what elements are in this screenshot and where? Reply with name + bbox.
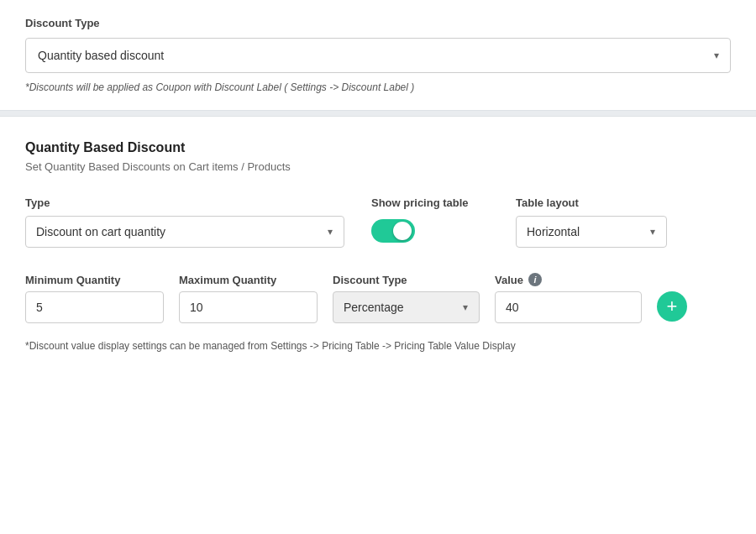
section-subtitle: Set Quantity Based Discounts on Cart ite…: [25, 160, 731, 173]
value-label: Value i: [495, 273, 642, 286]
discount-type-qty-select[interactable]: Percentage Fixed: [333, 291, 480, 323]
value-group: Value i: [495, 273, 642, 323]
layout-select-wrapper: Horizontal Vertical ▾: [516, 216, 667, 248]
type-select[interactable]: Discount on cart quantity Discount on pr…: [25, 216, 344, 248]
table-layout-control-group: Table layout Horizontal Vertical ▾: [516, 196, 667, 248]
max-qty-label: Maximum Quantity: [179, 274, 318, 286]
toggle-slider: [371, 219, 415, 243]
pricing-table-control-group: Show pricing table: [371, 196, 489, 243]
discount-type-qty-wrapper: Percentage Fixed ▾: [333, 291, 480, 323]
add-icon: +: [667, 296, 678, 317]
controls-row: Type Discount on cart quantity Discount …: [25, 196, 731, 248]
max-qty-input[interactable]: [179, 291, 318, 323]
type-control-group: Type Discount on cart quantity Discount …: [25, 196, 344, 248]
add-row-button[interactable]: +: [657, 291, 687, 322]
min-qty-input[interactable]: [25, 291, 164, 323]
top-section: Discount Type Quantity based discount Fi…: [0, 0, 756, 110]
discount-type-select[interactable]: Quantity based discount Fixed discount P…: [25, 38, 731, 73]
max-qty-group: Maximum Quantity: [179, 274, 318, 323]
discount-type-label: Discount Type: [25, 17, 731, 29]
value-info-icon: i: [528, 273, 542, 286]
value-input[interactable]: [495, 291, 642, 323]
min-qty-group: Minimum Quantity: [25, 274, 164, 323]
type-label: Type: [25, 196, 344, 209]
layout-select[interactable]: Horizontal Vertical: [516, 216, 667, 248]
discount-note: *Discounts will be applied as Coupon wit…: [25, 81, 731, 93]
pricing-table-toggle[interactable]: [371, 219, 415, 243]
page-wrapper: Discount Type Quantity based discount Fi…: [0, 0, 756, 534]
pricing-table-toggle-wrapper: [371, 219, 489, 243]
bottom-section: Quantity Based Discount Set Quantity Bas…: [0, 117, 756, 372]
discount-type-group: Discount Type Percentage Fixed ▾: [333, 274, 480, 323]
pricing-table-label: Show pricing table: [371, 196, 489, 209]
quantity-row: Minimum Quantity Maximum Quantity Discou…: [25, 273, 731, 323]
footer-note: *Discount value display settings can be …: [25, 340, 731, 352]
discount-type-qty-label: Discount Type: [333, 274, 480, 286]
section-title: Quantity Based Discount: [25, 140, 731, 155]
discount-type-select-wrapper: Quantity based discount Fixed discount P…: [25, 38, 731, 73]
type-select-wrapper: Discount on cart quantity Discount on pr…: [25, 216, 344, 248]
section-divider: [0, 110, 756, 117]
table-layout-label: Table layout: [516, 196, 667, 209]
min-qty-label: Minimum Quantity: [25, 274, 164, 286]
